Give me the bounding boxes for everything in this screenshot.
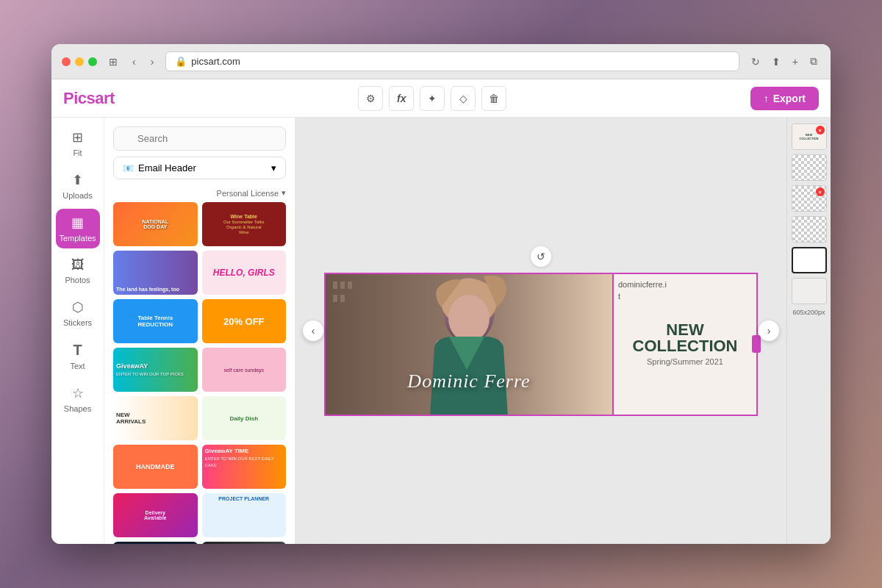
category-dropdown[interactable]: 📧 Email Header ▾: [113, 157, 286, 179]
canvas-size-label: 605x200px: [792, 309, 825, 316]
canvas-text-section: dominicferre.i t NEW COLLECTION Spring/S…: [612, 274, 756, 415]
nav-item-fit[interactable]: ⊞ Fit: [56, 123, 100, 163]
canvas-wrapper: ↺: [324, 246, 758, 416]
right-sidebar: NEWCOLLECTION × × 605x200px: [786, 118, 831, 544]
svg-point-10: [448, 295, 490, 342]
template-20off[interactable]: 20% OFF: [202, 299, 287, 343]
template-handmade[interactable]: HANDMADE: [113, 445, 198, 489]
logo-p: P: [63, 89, 74, 107]
traffic-light-green[interactable]: [88, 57, 97, 66]
nav-item-templates[interactable]: ▦ Templates: [56, 209, 100, 248]
template-moon-back[interactable]: TO THE MOONAND BACK: [113, 542, 198, 544]
templates-panel: 🔍 📧 Email Header ▾ Personal License ▾: [104, 118, 295, 544]
canvas-edit-field2[interactable]: t: [618, 292, 620, 301]
sidebar-thumb-5[interactable]: [792, 247, 827, 273]
template-hello-girls[interactable]: HELLO, GIRLS: [202, 251, 287, 295]
canvas-template-name: Dominic Ferre: [407, 370, 530, 392]
delete-tool-button[interactable]: 🗑: [481, 86, 506, 111]
fx-tool-button[interactable]: fx: [389, 86, 414, 111]
template-project-planner[interactable]: PROJECT PLANNER: [202, 493, 287, 537]
main-content: ⊞ Fit ⬆ Uploads ▦ Templates 🖼 Photos ⬡: [51, 118, 831, 544]
svg-rect-5: [333, 295, 337, 302]
sidebar-toggle-button[interactable]: ⊞: [106, 54, 121, 69]
template-table-tennis[interactable]: Table TennisREDUCTION: [113, 299, 198, 343]
export-button[interactable]: ↑ Export: [750, 87, 819, 110]
photos-icon: 🖼: [71, 257, 85, 273]
license-chevron-icon: ▾: [282, 188, 286, 198]
browser-action-buttons: ↻ ⬆ + ⧉: [748, 54, 820, 69]
address-bar[interactable]: 🔒 picsart.com: [165, 51, 739, 71]
logo-text: icsart: [74, 89, 115, 107]
canvas-next-button[interactable]: ›: [759, 320, 779, 341]
nav-label-stickers: Stickers: [63, 318, 92, 327]
shapes-icon: ☆: [72, 385, 84, 401]
category-label: Email Header: [138, 162, 196, 173]
canvas-prev-button[interactable]: ‹: [303, 320, 323, 341]
text-icon: T: [73, 342, 82, 359]
canvas-main-text: Dominic Ferre: [326, 369, 612, 392]
template-giveaway-time[interactable]: GiveawAY TIMEENTER TO WIN OUR BEST DAILY…: [202, 445, 287, 489]
nav-item-stickers[interactable]: ⬡ Stickers: [56, 293, 100, 333]
new-tab-button[interactable]: +: [789, 54, 801, 69]
back-button[interactable]: ‹: [129, 54, 139, 69]
share-button[interactable]: ⬆: [769, 54, 784, 69]
sidebar-thumb-1[interactable]: NEWCOLLECTION ×: [792, 123, 827, 150]
canvas-reset-button[interactable]: ↺: [531, 246, 551, 267]
tabs-button[interactable]: ⧉: [807, 54, 820, 69]
traffic-light-red[interactable]: [62, 57, 71, 66]
template-feelings[interactable]: The land has feelings, too: [113, 251, 198, 295]
template-daily-dish[interactable]: Daily Dish: [202, 396, 287, 440]
adjust-tool-button[interactable]: ⚙: [358, 86, 383, 111]
svg-rect-3: [340, 282, 345, 289]
canvas-resize-handle[interactable]: [752, 335, 761, 353]
stickers-icon: ⬡: [72, 299, 84, 315]
nav-item-shapes[interactable]: ☆ Shapes: [56, 379, 100, 419]
uploads-icon: ⬆: [72, 172, 83, 188]
url-text: picsart.com: [191, 56, 240, 67]
email-header-canvas: Dominic Ferre dominicferre.i t: [324, 273, 758, 416]
sidebar-thumb-2[interactable]: [792, 154, 827, 181]
sidebar-thumb-3[interactable]: ×: [792, 185, 827, 212]
sidebar-thumb-4[interactable]: [792, 216, 827, 243]
templates-icon: ▦: [71, 215, 84, 231]
nav-item-text[interactable]: T Text: [56, 336, 100, 376]
template-new-arrivals[interactable]: NEWARRIVALS: [113, 396, 198, 440]
template-delivery[interactable]: DeliveryAvailable: [113, 493, 198, 537]
forward-button[interactable]: ›: [148, 54, 157, 69]
thumb-badge-1: ×: [816, 126, 825, 135]
canvas-edit-field1[interactable]: dominicferre.i: [618, 280, 667, 289]
nav-label-uploads: Uploads: [62, 191, 92, 200]
nav-item-photos[interactable]: 🖼 Photos: [56, 251, 100, 290]
sidebar-thumb-6[interactable]: [792, 278, 827, 304]
eraser-tool-button[interactable]: ◇: [451, 86, 476, 111]
nav-label-templates: Templates: [59, 234, 96, 243]
effects-tool-button[interactable]: ✦: [420, 86, 445, 111]
svg-rect-6: [340, 295, 345, 302]
search-input[interactable]: [113, 126, 286, 151]
template-national-dog[interactable]: NATIONALDOG DAY: [113, 202, 198, 246]
template-self-care[interactable]: self care sundays: [202, 348, 287, 392]
top-toolbar: Picsart ⚙ fx ✦ ◇ 🗑 ↑ Export: [51, 79, 831, 118]
nav-label-text: Text: [70, 362, 85, 370]
icon-nav: ⊞ Fit ⬆ Uploads ▦ Templates 🖼 Photos ⬡: [51, 118, 104, 544]
category-icon: 📧: [123, 163, 134, 173]
search-wrapper: 🔍: [113, 126, 286, 151]
nav-item-uploads[interactable]: ⬆ Uploads: [56, 166, 100, 206]
browser-window: ⊞ ‹ › 🔒 picsart.com ↻ ⬆ + ⧉ Picsart ⚙ fx…: [51, 44, 831, 544]
svg-rect-2: [333, 282, 337, 289]
fit-icon: ⊞: [72, 129, 83, 146]
template-move-body[interactable]: MOVE YOUR BODY: [202, 542, 287, 544]
template-wine-table[interactable]: Wine TableOur Sommelier TalksOrganic & N…: [202, 202, 287, 246]
canvas-season-label: Spring/Summer 2021: [647, 357, 723, 366]
canvas-collection-label: COLLECTION: [633, 338, 738, 354]
canvas-photo-svg: [326, 274, 612, 415]
nav-label-photos: Photos: [65, 276, 90, 284]
traffic-light-yellow[interactable]: [75, 57, 84, 66]
template-giveaway[interactable]: GiveawAYENTER TO WIN OUR TOP PICKS: [113, 348, 198, 392]
panel-header: 🔍 📧 Email Header ▾: [104, 118, 295, 188]
license-row: Personal License ▾: [104, 188, 295, 202]
canvas-image-section: Dominic Ferre: [326, 274, 612, 415]
app: Picsart ⚙ fx ✦ ◇ 🗑 ↑ Export ⊞ Fit: [51, 79, 831, 544]
reload-button[interactable]: ↻: [748, 54, 763, 69]
toolbar-tools: ⚙ fx ✦ ◇ 🗑: [358, 86, 506, 111]
